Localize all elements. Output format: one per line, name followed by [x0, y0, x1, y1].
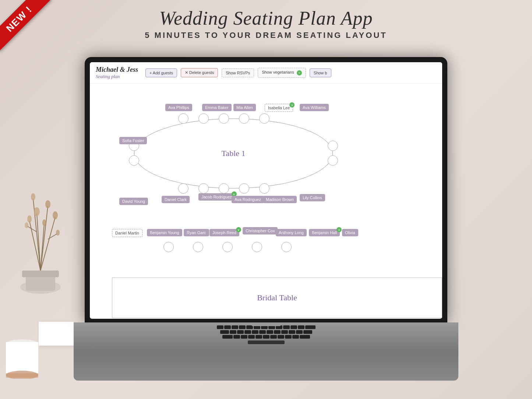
seat — [178, 183, 189, 194]
add-guests-button[interactable]: + Add guests — [145, 68, 177, 77]
new-badge-text: NEW ! — [0, 0, 51, 51]
laptop: Michael & Jess Seating plan + Add guests… — [74, 57, 458, 381]
svg-line-17 — [48, 234, 57, 239]
seat — [259, 113, 269, 124]
svg-point-12 — [53, 211, 58, 219]
table-1-label: Table 1 — [221, 149, 245, 158]
seat — [252, 242, 262, 252]
seat — [219, 183, 229, 194]
guest-card-madison-brown[interactable]: Madison Brown — [263, 196, 297, 203]
guest-card-sofia-foster[interactable]: Sofia Foster — [119, 137, 147, 144]
show-b-button[interactable]: Show b — [310, 68, 331, 77]
seat — [259, 183, 269, 194]
seat — [222, 242, 233, 252]
seat — [178, 113, 189, 124]
svg-rect-23 — [6, 373, 38, 378]
seat — [193, 242, 203, 252]
guest-card-anthony-long[interactable]: Anthony Long — [276, 229, 307, 236]
vegetarian-indicator: v — [236, 227, 241, 232]
guest-card-lily-collins[interactable]: Lily Collins — [300, 194, 325, 201]
svg-point-14 — [42, 219, 46, 226]
new-badge: NEW ! — [0, 0, 59, 59]
svg-point-9 — [34, 207, 40, 216]
guest-card-emma-baker[interactable]: Emma Baker — [202, 104, 232, 111]
guest-card-christopher-cox[interactable]: Christopher Cox — [243, 227, 278, 234]
svg-line-15 — [28, 226, 37, 232]
laptop-base — [74, 322, 458, 381]
seating-canvas: Table 1 — [90, 84, 442, 318]
guest-card-benjamin-young[interactable]: Benjamin Young — [147, 229, 182, 236]
guest-card-david-young[interactable]: David Young — [119, 198, 148, 205]
seat — [198, 183, 209, 194]
seat — [328, 155, 338, 166]
svg-rect-2 — [22, 271, 59, 277]
laptop-hinge — [251, 322, 281, 326]
seat — [219, 113, 229, 124]
app-subtitle: 5 MINUTES TO YOUR DREAM SEATING LAYOUT — [0, 31, 532, 40]
app-title-block: Michael & Jess Seating plan — [96, 66, 138, 80]
screen-content: Michael & Jess Seating plan + Add guests… — [90, 62, 442, 319]
bridal-table-label: Bridal Table — [257, 293, 297, 303]
guest-card-daniel-martin[interactable]: Daniel Martin — [112, 229, 142, 237]
guest-card-isabella-lee[interactable]: Isabella Lee v — [265, 104, 293, 112]
svg-point-11 — [27, 215, 32, 223]
delete-guests-button[interactable]: ✕ Delete guests — [181, 68, 218, 77]
pot-container — [6, 338, 39, 379]
app-title: Wedding Seating Plan App — [0, 7, 532, 29]
svg-rect-20 — [6, 342, 38, 375]
show-vegetarians-button[interactable]: Show vegetarians v — [258, 68, 306, 78]
seat — [328, 141, 338, 151]
table-1-shape: Table 1 — [134, 119, 333, 188]
laptop-screen: Michael & Jess Seating plan + Add guests… — [85, 57, 447, 322]
guest-card-ava-phillips[interactable]: Ava Phillips — [165, 104, 192, 111]
guest-card-ava-rodriguez[interactable]: Ava Rodriguez — [232, 196, 264, 203]
guest-card-olivia[interactable]: Olivia — [342, 229, 358, 236]
guest-card-mia-allen[interactable]: Mia Allen — [233, 104, 256, 111]
vegetarian-check-icon: v — [297, 70, 302, 75]
svg-point-16 — [25, 222, 28, 228]
couple-name: Michael & Jess — [96, 66, 138, 74]
table-1-oval: Table 1 — [134, 119, 333, 188]
vegetarian-indicator: v — [289, 102, 295, 107]
guest-card-jacob-rodriguez[interactable]: Jacob Rodriguez v — [198, 193, 235, 201]
seat — [239, 113, 249, 124]
seat — [198, 113, 209, 124]
seat — [239, 183, 249, 194]
seating-plan-label: Seating plan — [96, 74, 138, 80]
seat — [281, 242, 292, 252]
guest-card-ryan-garc[interactable]: Ryan Garc — [184, 229, 209, 236]
note-card — [39, 322, 74, 346]
title-area: Wedding Seating Plan App 5 MINUTES TO YO… — [0, 7, 532, 40]
seat — [129, 155, 139, 166]
guest-card-ava-williams[interactable]: Ava Williams — [300, 104, 329, 111]
vegetarian-indicator: v — [337, 227, 342, 232]
show-rsvps-button[interactable]: Show RSVPs — [222, 68, 254, 77]
svg-point-18 — [56, 230, 60, 236]
guest-card-benjamin-hall[interactable]: Benjamin Hall v — [309, 229, 340, 236]
svg-point-13 — [31, 193, 35, 201]
svg-point-10 — [45, 200, 50, 208]
plant-decoration-left — [0, 140, 81, 287]
guest-card-joseph-reed[interactable]: Joseph Reed v — [209, 229, 239, 236]
seat — [163, 242, 174, 252]
guest-card-daniel-clark[interactable]: Daniel Clark — [162, 196, 190, 203]
app-header: Michael & Jess Seating plan + Add guests… — [90, 62, 442, 84]
bridal-table: Bridal Table — [112, 278, 442, 318]
